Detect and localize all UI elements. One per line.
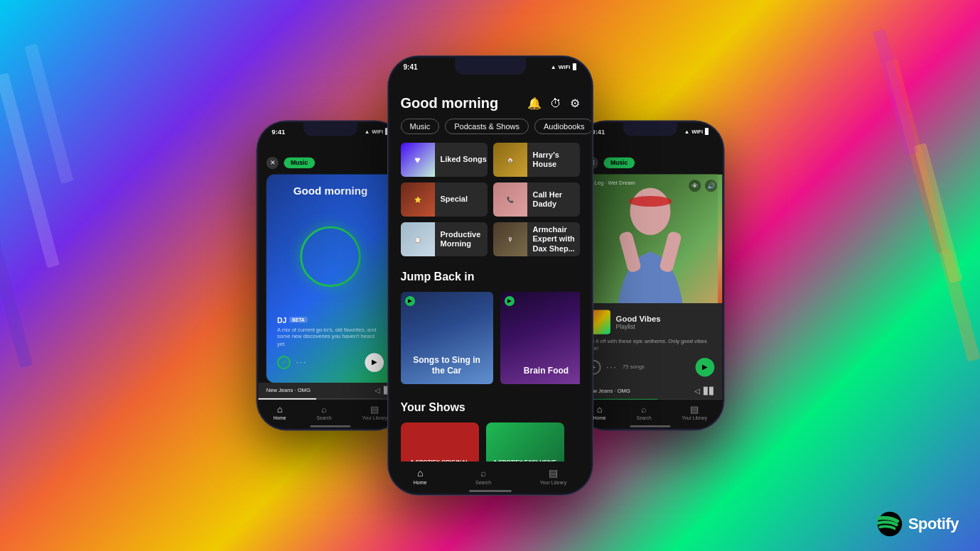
- nav-home-center[interactable]: ⌂ Home: [414, 467, 427, 485]
- dj-description: A mix of current go-to's, old favorites,…: [276, 327, 383, 348]
- playlist-description: Set it off with these epic anthems. Only…: [586, 338, 714, 352]
- quick-grid: ♥ Liked Songs 🏠 Harry's House ⭐ Special: [401, 143, 580, 256]
- nav-home-right[interactable]: ⌂ Home: [593, 404, 605, 421]
- bell-icon[interactable]: 🔔: [527, 97, 542, 110]
- more-options-button-right[interactable]: ···: [606, 362, 617, 371]
- art-eye-icon[interactable]: 👁: [689, 180, 701, 192]
- home-indicator-left: [310, 425, 350, 427]
- right-top-bar: ✕ Music: [578, 138, 722, 174]
- dj-label-area: DJ BETA A mix of current go-to's, old fa…: [276, 316, 383, 372]
- check-button[interactable]: ✓: [276, 356, 290, 369]
- content-scroll[interactable]: ♥ Liked Songs 🏠 Harry's House ⭐ Special: [389, 143, 591, 462]
- brain-food-label: Brain Food: [524, 366, 569, 377]
- nav-search-right[interactable]: ⌕ Search: [636, 404, 651, 421]
- home-indicator-center: [469, 490, 512, 492]
- quick-item-liked-songs[interactable]: ♥ Liked Songs: [401, 143, 488, 177]
- armchair-expert-thumb: 🎙: [493, 222, 527, 256]
- nav-home-label-left: Home: [273, 416, 286, 421]
- nav-search-left[interactable]: ⌕ Search: [316, 404, 331, 421]
- close-button-left[interactable]: ✕: [266, 157, 278, 169]
- play-button-right[interactable]: ▶: [695, 358, 714, 377]
- search-icon-center: ⌕: [480, 467, 486, 479]
- header-icons: 🔔 ⏱ ⚙: [527, 97, 580, 110]
- notch-left: [303, 122, 357, 136]
- play-button-left[interactable]: ▶: [365, 353, 384, 372]
- library-icon-right: ▤: [690, 404, 699, 415]
- status-icons-left: ▲ WiFi ▊: [364, 129, 389, 135]
- heart-icon: ♥: [414, 154, 420, 165]
- tab-audiobooks[interactable]: Audiobooks: [534, 119, 591, 134]
- songs-car-label: Songs to Sing in the Car: [408, 355, 486, 377]
- phone-right-inner: 9:41 ▲ WiFi ▊ ✕ Music: [578, 122, 722, 428]
- home-icon-center: ⌂: [417, 467, 423, 479]
- dj-card: Good morning DJ BETA A mix of current go…: [266, 175, 394, 383]
- time-right: 9:41: [591, 128, 605, 135]
- dj-badge: DJ BETA: [276, 316, 383, 324]
- gear-icon[interactable]: ⚙: [570, 97, 580, 110]
- special-label: Special: [441, 195, 468, 204]
- playlist-name: Good Vibes: [615, 314, 660, 323]
- art-volume-icon[interactable]: 🔊: [704, 180, 716, 192]
- phone-left: 9:41 ▲ WiFi ▊ ✕ Music Good morning: [256, 121, 404, 431]
- more-options-button[interactable]: ···: [296, 358, 306, 367]
- tab-music[interactable]: Music: [401, 119, 440, 134]
- left-screen: 9:41 ▲ WiFi ▊ ✕ Music Good morning: [258, 122, 402, 428]
- nav-search-center[interactable]: ⌕ Search: [475, 467, 491, 485]
- nav-library-label-center: Your Library: [540, 480, 567, 485]
- tab-podcasts[interactable]: Podcasts & Shows: [445, 119, 529, 134]
- bottom-nav-right: ⌂ Home ⌕ Search ▤ Your Library: [578, 400, 722, 423]
- productive-morning-label: Productive Morning: [441, 230, 488, 249]
- playlist-text-info: Good Vibes Playlist: [615, 314, 660, 330]
- person-artwork: [583, 175, 718, 303]
- mini-player-controls-right: ◁ ▊▊: [694, 387, 714, 394]
- search-icon: ⌕: [321, 404, 327, 415]
- prev-icon[interactable]: ◁: [374, 387, 379, 394]
- jump-back-in-scroll[interactable]: ▶ Songs to Sing in the Car ▶ Brain Food: [401, 292, 580, 387]
- brain-food-card[interactable]: ▶ Brain Food: [500, 292, 580, 384]
- svg-point-5: [878, 512, 903, 537]
- timer-icon[interactable]: ⏱: [550, 97, 561, 110]
- show-card-1[interactable]: A SPOTIFY ORIGINAL: [401, 422, 479, 462]
- library-icon-center: ▤: [549, 467, 558, 479]
- mini-player-left[interactable]: New Jeans · OMG ◁ ▊▊: [258, 383, 402, 398]
- your-shows-title: Your Shows: [401, 401, 580, 414]
- shows-grid[interactable]: A SPOTIFY ORIGINAL A SPOTIFY EXCLUSIVE: [401, 422, 580, 462]
- back-icon-right[interactable]: ◁: [694, 387, 699, 394]
- harrys-house-thumb: 🏠: [493, 143, 527, 177]
- nav-library-center[interactable]: ▤ Your Library: [540, 467, 567, 485]
- mini-player-right[interactable]: New Jeans · OMG ◁ ▊▊: [578, 383, 722, 399]
- nav-home-label-center: Home: [414, 480, 427, 485]
- filter-tabs: Music Podcasts & Shows Audiobooks: [389, 119, 591, 143]
- dj-badge-text: DJ: [276, 316, 286, 324]
- time-center: 9:41: [404, 63, 418, 71]
- quick-item-armchair-expert[interactable]: 🎙 Armchair Expert with Dax Shep...: [493, 222, 580, 256]
- nav-library-right[interactable]: ▤ Your Library: [682, 404, 707, 421]
- art-controls: 👁 🔊: [689, 180, 717, 192]
- quick-item-call-her-daddy[interactable]: 📞 Call Her Daddy: [493, 182, 580, 217]
- album-art: Wet Leg · Wet Dream 👁 🔊: [578, 175, 722, 303]
- album-art-photo: [578, 175, 722, 303]
- music-pill-left[interactable]: Music: [284, 158, 314, 168]
- songs-car-card[interactable]: ▶ Songs to Sing in the Car: [401, 292, 493, 384]
- home-icon: ⌂: [276, 404, 282, 415]
- show-1-bg: A SPOTIFY ORIGINAL: [401, 422, 479, 462]
- harrys-house-label: Harry's House: [533, 151, 580, 169]
- phone-center: 9:41 ▲ WiFi ▊ Good morning 🔔 ⏱ ⚙: [387, 55, 593, 496]
- songs-count: 75 songs: [623, 364, 645, 371]
- quick-item-special[interactable]: ⭐ Special: [401, 182, 488, 217]
- phone-right: 9:41 ▲ WiFi ▊ ✕ Music: [576, 121, 724, 431]
- phone-left-inner: 9:41 ▲ WiFi ▊ ✕ Music Good morning: [258, 122, 402, 428]
- nav-home-left[interactable]: ⌂ Home: [273, 404, 286, 421]
- quick-item-productive-morning[interactable]: 📋 Productive Morning: [401, 222, 488, 256]
- center-header: Good morning 🔔 ⏱ ⚙: [389, 74, 591, 119]
- show-card-2[interactable]: A SPOTIFY EXCLUSIVE: [486, 422, 564, 462]
- phone-center-inner: 9:41 ▲ WiFi ▊ Good morning 🔔 ⏱ ⚙: [389, 58, 591, 493]
- quick-item-harrys-house[interactable]: 🏠 Harry's House: [493, 143, 580, 177]
- nav-library-left[interactable]: ▤ Your Library: [362, 404, 387, 421]
- liked-songs-label: Liked Songs: [441, 155, 487, 164]
- nav-search-label-right: Search: [636, 416, 651, 421]
- status-icons-center: ▲ WiFi ▊: [551, 64, 577, 70]
- music-pill-right[interactable]: Music: [603, 158, 634, 168]
- bars-icon-right[interactable]: ▊▊: [704, 387, 714, 394]
- special-thumb: ⭐: [401, 182, 435, 217]
